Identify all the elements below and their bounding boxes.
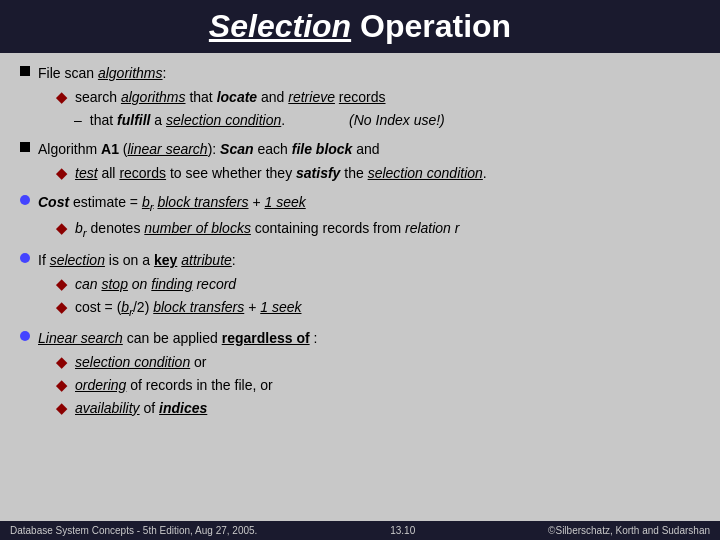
no-index-note: (No Index use!) (349, 112, 445, 128)
sub3-text: availability of indices (75, 398, 207, 419)
sub1-text: search algorithms that locate and retrie… (75, 87, 386, 108)
sub1-text5: selection condition or (75, 352, 207, 373)
section5-header: Linear search can be applied regardless … (20, 328, 700, 349)
section1-subs: ◆ search algorithms that locate and retr… (56, 87, 700, 131)
section1-sub2: – that fulfill a selection condition. (N… (74, 110, 700, 131)
section3-sub1: ◆ br denotes number of blocks containing… (56, 218, 700, 241)
footer-right: ©Silberschatz, Korth and Sudarshan (548, 525, 710, 536)
section4-text: If selection is on a key attribute: (38, 250, 236, 271)
sub2-text2: cost = (br/2) block transfers + 1 seek (75, 297, 301, 320)
sub1-text4: can stop on finding record (75, 274, 236, 295)
main-content: File scan algorithms: ◆ search algorithm… (0, 53, 720, 521)
section-key: If selection is on a key attribute: ◆ ca… (20, 250, 700, 320)
diamond-6: ◆ (56, 352, 67, 373)
section3-subs: ◆ br denotes number of blocks containing… (56, 218, 700, 241)
bullet-circle-2 (20, 253, 30, 263)
section1-sub1: ◆ search algorithms that locate and retr… (56, 87, 700, 108)
section5-subs: ◆ selection condition or ◆ ordering of r… (56, 352, 700, 419)
footer: Database System Concepts - 5th Edition, … (0, 521, 720, 540)
section1-header: File scan algorithms: (20, 63, 700, 84)
bullet-circle-1 (20, 195, 30, 205)
section1-text: File scan algorithms: (38, 63, 166, 84)
diamond-5: ◆ (56, 297, 67, 318)
bullet-circle-3 (20, 331, 30, 341)
section-linear: Linear search can be applied regardless … (20, 328, 700, 419)
section-cost: Cost estimate = br block transfers + 1 s… (20, 192, 700, 242)
bullet-square-1 (20, 66, 30, 76)
section5-sub1: ◆ selection condition or (56, 352, 700, 373)
sub2-text3: ordering of records in the file, or (75, 375, 273, 396)
diamond-1: ◆ (56, 87, 67, 108)
section2-subs: ◆ test all records to see whether they s… (56, 163, 700, 184)
footer-left: Database System Concepts - 5th Edition, … (10, 525, 257, 536)
diamond-4: ◆ (56, 274, 67, 295)
section-algorithm: Algorithm A1 (linear search): Scan each … (20, 139, 700, 184)
section4-header: If selection is on a key attribute: (20, 250, 700, 271)
sub1-text2: test all records to see whether they sat… (75, 163, 487, 184)
section4-sub2: ◆ cost = (br/2) block transfers + 1 seek (56, 297, 700, 320)
diamond-8: ◆ (56, 398, 67, 419)
diamond-7: ◆ (56, 375, 67, 396)
section2-text: Algorithm A1 (linear search): Scan each … (38, 139, 380, 160)
title-normal: Operation (351, 8, 511, 44)
section2-header: Algorithm A1 (linear search): Scan each … (20, 139, 700, 160)
section-file-scan: File scan algorithms: ◆ search algorithm… (20, 63, 700, 131)
section4-sub1: ◆ can stop on finding record (56, 274, 700, 295)
footer-center: 13.10 (390, 525, 415, 536)
title-bar: Selection Operation (0, 0, 720, 53)
section3-header: Cost estimate = br block transfers + 1 s… (20, 192, 700, 215)
section2-sub1: ◆ test all records to see whether they s… (56, 163, 700, 184)
title-italic: Selection (209, 8, 351, 44)
slide: Selection Operation File scan algorithms… (0, 0, 720, 540)
slide-title: Selection Operation (209, 8, 511, 44)
section4-subs: ◆ can stop on finding record ◆ cost = (b… (56, 274, 700, 320)
section5-sub2: ◆ ordering of records in the file, or (56, 375, 700, 396)
dash: – (74, 110, 82, 131)
section5-text: Linear search can be applied regardless … (38, 328, 317, 349)
section3-text: Cost estimate = br block transfers + 1 s… (38, 192, 306, 215)
diamond-2: ◆ (56, 163, 67, 184)
diamond-3: ◆ (56, 218, 67, 239)
slide-content: Selection Operation File scan algorithms… (0, 0, 720, 540)
sub1-text3: br denotes number of blocks containing r… (75, 218, 459, 241)
sub2-text: that fulfill a selection condition. (No … (90, 110, 445, 131)
bullet-square-2 (20, 142, 30, 152)
section5-sub3: ◆ availability of indices (56, 398, 700, 419)
